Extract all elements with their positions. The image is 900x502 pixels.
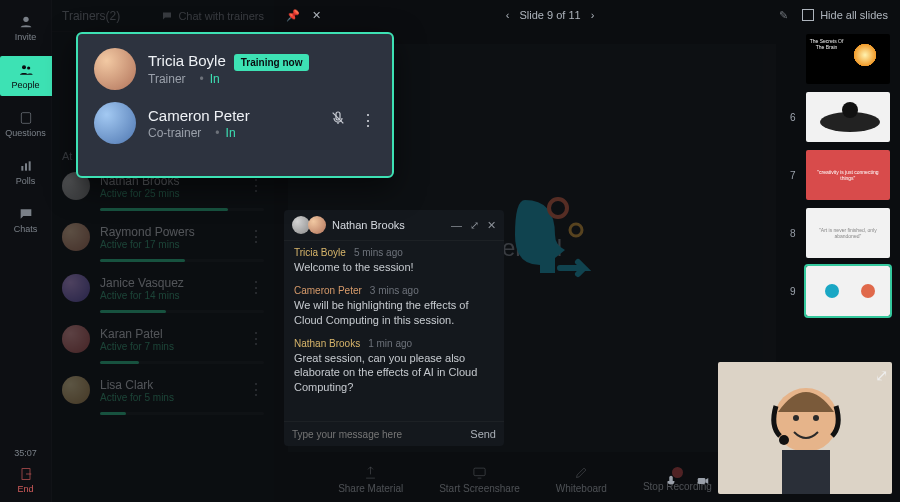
nav-label: People [11,80,39,90]
msg-author: Nathan Brooks [294,338,360,349]
svg-point-2 [27,66,30,69]
msg-text: Welcome to the session! [294,260,494,275]
slide-thumb[interactable]: The Secrets OfThe Brain [806,34,890,84]
nav-chats[interactable]: Chats [0,200,52,240]
share-material-button[interactable]: Share Material [338,465,403,494]
svg-rect-6 [28,161,30,170]
people-popover: Tricia BoyleTraining now TrainerIn Camer… [76,32,394,178]
trainer-row[interactable]: Tricia BoyleTraining now TrainerIn [94,48,376,90]
camera-pip[interactable]: ⤢ [718,362,892,494]
msg-text: Great session, can you please also elabo… [294,351,494,396]
mic-muted-icon[interactable] [330,110,346,130]
expand-icon[interactable]: ⤢ [470,219,479,232]
person-state: In [209,126,235,140]
pip-controls [664,474,710,492]
avatar [62,325,90,353]
session-timer: 35:07 [14,448,37,458]
send-button[interactable]: Send [470,428,496,440]
nav-end[interactable]: End [0,466,52,494]
avatar [308,216,326,234]
svg-point-1 [22,65,26,69]
slide-thumb[interactable]: "Art is never finished, only abandoned" [806,208,890,258]
svg-point-13 [861,284,875,298]
nav-people[interactable]: People [0,56,52,96]
svg-point-11 [842,102,858,118]
msg-time: 3 mins ago [370,285,419,296]
msg-author: Cameron Peter [294,285,362,296]
svg-point-9 [570,224,582,236]
mic-icon[interactable] [664,474,678,492]
nav-questions[interactable]: Questions [0,104,52,144]
list-item[interactable]: Raymond PowersActive for 17 mins ⋮ [52,215,274,255]
slide-prev-icon[interactable]: ‹ [506,9,510,21]
slide-thumb[interactable] [806,266,890,316]
chat-input[interactable] [292,429,470,440]
avatar [94,102,136,144]
avatar [94,48,136,90]
nav-rail: Invite People Questions Polls Chats 35:0… [0,0,52,502]
nav-label: End [17,484,33,494]
list-item[interactable]: Janice VasquezActive for 14 mins ⋮ [52,266,274,306]
list-item[interactable]: Karan PatelActive for 7 mins ⋮ [52,317,274,357]
more-icon[interactable]: ⋮ [248,329,264,348]
svg-point-20 [813,415,819,421]
slide-counter: Slide 9 of 11 [519,9,580,21]
pin-icon[interactable]: 📌 [286,9,300,22]
more-icon[interactable]: ⋮ [248,380,264,399]
person-name: Cameron Peter [148,107,250,124]
nav-label: Questions [5,128,46,138]
more-icon[interactable]: ⋮ [360,111,376,130]
svg-rect-5 [25,163,27,170]
svg-point-8 [549,199,567,217]
slide-next-icon[interactable]: › [591,9,595,21]
edit-icon[interactable]: ✎ [779,9,788,22]
slide-thumb[interactable]: "creativity is just connecting things" [806,150,890,200]
attendee-list: Nathan Brooks Active for 25 mins ⋮ Raymo… [52,164,274,419]
hide-slides-button[interactable]: Hide all slides [802,9,888,21]
nav-polls[interactable]: Polls [0,152,52,192]
svg-point-0 [23,17,28,22]
list-item[interactable]: Lisa ClarkActive for 5 mins ⋮ [52,368,274,408]
more-icon[interactable]: ⋮ [248,278,264,297]
svg-rect-3 [21,113,30,124]
whiteboard-button[interactable]: Whiteboard [556,465,607,494]
avatar [62,223,90,251]
nav-label: Chats [14,224,38,234]
svg-rect-18 [782,450,830,494]
camera-icon[interactable] [696,474,710,492]
msg-time: 5 mins ago [354,247,403,258]
more-icon[interactable]: ⋮ [248,176,264,195]
square-icon [802,9,814,21]
avatar [62,376,90,404]
svg-point-19 [793,415,799,421]
chat-window: Nathan Brooks — ⤢ ✕ Tricia Boyle5 mins a… [284,210,504,446]
svg-point-12 [825,284,839,298]
chat-trainers-link[interactable]: Chat with trainers [161,10,264,22]
attendee-status: Active for 25 mins [100,188,264,199]
slide-thumb[interactable] [806,92,890,142]
more-icon[interactable]: ⋮ [248,227,264,246]
start-screenshare-button[interactable]: Start Screenshare [439,465,520,494]
msg-author: Tricia Boyle [294,247,346,258]
trainers-heading: Trainers(2) [62,9,120,23]
nav-label: Invite [15,32,37,42]
minimize-icon[interactable]: — [451,219,462,232]
trainer-row[interactable]: Cameron Peter Co-trainerIn ⋮ [94,102,376,144]
nav-label: Polls [16,176,36,186]
svg-rect-14 [474,468,485,476]
nav-invite[interactable]: Invite [0,8,52,48]
msg-text: We will be highlighting the effects of C… [294,298,494,328]
person-role: Co-trainer [148,126,201,140]
close-icon[interactable]: ✕ [312,9,321,22]
svg-rect-23 [698,478,706,484]
topbar: 📌 ✕ ‹ Slide 9 of 11 › ✎ Hide all slides [274,0,900,30]
expand-icon[interactable]: ⤢ [875,366,888,385]
svg-rect-4 [21,166,23,171]
person-role: Trainer [148,72,186,86]
close-icon[interactable]: ✕ [487,219,496,232]
msg-time: 1 min ago [368,338,412,349]
person-name: Tricia Boyle [148,52,226,69]
chat-title: Nathan Brooks [332,219,405,231]
svg-point-21 [779,435,789,445]
avatar [62,274,90,302]
